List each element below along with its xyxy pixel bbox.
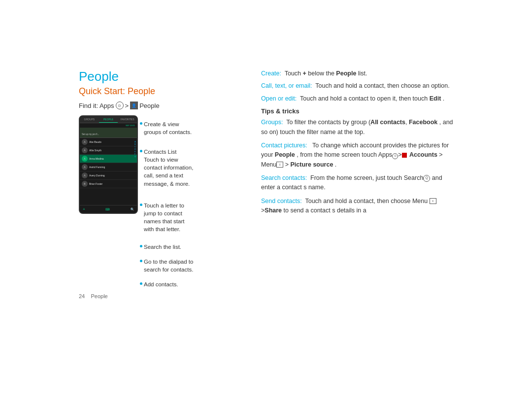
- callout-search: Search the list.: [144, 243, 193, 251]
- avatar-brian: B: [82, 181, 88, 187]
- contact-name-avery: Avery Durning: [89, 174, 105, 177]
- page-number-area: 24 People: [79, 293, 246, 299]
- tip-contact-pictures: Contact pictures: To change which accoun…: [261, 141, 453, 170]
- phone-contact-brian: B Brian Foster: [80, 180, 137, 188]
- red-square-icon: [402, 153, 407, 158]
- phone-header-date: SEP 20/21: [126, 124, 135, 127]
- avatar-allie: A: [82, 147, 88, 153]
- phone-contact-allie: A Allie Smyth: [80, 146, 137, 155]
- menu-icon: ≡: [276, 162, 283, 168]
- phone-contact-astrid: A Astrid Fanning: [80, 163, 137, 171]
- letter-g: G: [134, 156, 136, 158]
- content-area: People Quick Start: People Find it: Apps…: [79, 69, 453, 299]
- phone-contact-abe: A Abe Baudo: [80, 138, 137, 146]
- search-icon: Q: [423, 175, 430, 182]
- section-call-text-email: Call, text, or email: Touch and hold a c…: [261, 81, 453, 91]
- phone-tabs: GROUPS PEOPLE FAVORITES: [80, 116, 137, 123]
- tip-contact-pictures-line: Contact pictures: To change which accoun…: [261, 141, 453, 170]
- phone-contact-anna: A Anna Medina: [80, 155, 137, 163]
- phone-wrapper: GROUPS PEOPLE FAVORITES SEP 20/21 Set up…: [79, 115, 138, 214]
- tip-search-contacts-line: Search contacts: From the home screen, j…: [261, 173, 453, 193]
- phone-setup-row: Set up my pro fi...: [80, 128, 137, 138]
- contact-name-astrid: Astrid Fanning: [89, 166, 105, 169]
- right-column: Create: Touch + below the People list. C…: [261, 69, 453, 299]
- callout-lines: Create & viewgroups of contacts. Contact…: [138, 115, 193, 288]
- tip-search-contacts: Search contacts: From the home screen, j…: [261, 173, 453, 193]
- apps-icon: ⊙: [116, 102, 124, 109]
- callout-contacts-list: Contacts ListTouch to viewcontact inform…: [144, 148, 193, 187]
- phone-and-callouts: GROUPS PEOPLE FAVORITES SEP 20/21 Set up…: [79, 115, 246, 288]
- phone-contact-avery: A Avery Durning: [80, 171, 137, 180]
- phone-mockup: GROUPS PEOPLE FAVORITES SEP 20/21 Set up…: [79, 115, 138, 214]
- callout-dot-contacts: [140, 150, 142, 152]
- find-it-prefix: Find it: Apps: [79, 102, 114, 109]
- subtitle: Quick Start: People: [79, 86, 246, 97]
- tip-contact-pictures-label: Contact pictures:: [261, 142, 307, 149]
- tip-send-contacts: Send contacts: Touch and hold a contact,…: [261, 197, 453, 216]
- call-text-email-label: Call, text, or email:: [261, 82, 312, 89]
- phone-bottom-bar: + ⌨ 🔍: [80, 205, 137, 213]
- contact-name-brian: Brian Foster: [89, 182, 102, 185]
- callout-letter: Touch a letter tojump to contactnames th…: [144, 202, 193, 233]
- contact-name-abe: Abe Baudo: [89, 140, 101, 143]
- call-text-email-line: Call, text, or email: Touch and hold a c…: [261, 81, 453, 91]
- page-number: 24: [79, 293, 85, 299]
- tips-heading: Tips & tricks: [261, 107, 453, 115]
- callout-dot-dialpad: [140, 260, 142, 262]
- page-container: People Quick Start: People Find it: Apps…: [0, 0, 532, 411]
- callout-dot-search: [140, 245, 142, 247]
- tip-send-contacts-label: Send contacts:: [261, 198, 302, 205]
- add-icon: +: [83, 207, 85, 211]
- tip-groups: Groups: To filter the contacts by group …: [261, 118, 453, 137]
- contact-name-anna: Anna Medina: [89, 157, 103, 160]
- dialpad-icon: ⌨: [105, 207, 110, 211]
- callout-add: Add contacts.: [144, 280, 193, 288]
- callout-dot-add: [140, 282, 142, 285]
- people-icon-small: 👤: [130, 102, 138, 109]
- create-label: Create:: [261, 70, 281, 77]
- contact-name-allie: Allie Smyth: [89, 149, 101, 152]
- section-create: Create: Touch + below the People list.: [261, 69, 453, 78]
- menu-icon-2: ≡: [430, 198, 436, 204]
- phone-letter-index: A B C D E F G: [134, 141, 136, 158]
- section-open-edit: Open or edit: Touch and hold a contact t…: [261, 94, 453, 103]
- avatar-astrid: A: [82, 164, 88, 170]
- phone-setup-text: Set up my pro fi...: [82, 133, 99, 136]
- avatar-anna: A: [82, 156, 88, 162]
- create-line: Create: Touch + below the People list.: [261, 69, 453, 78]
- arrow-separator: >: [125, 102, 129, 109]
- callout-dot-letter: [140, 204, 142, 206]
- search-phone-icon: 🔍: [131, 207, 134, 211]
- find-it: Find it: Apps ⊙ > 👤 People: [79, 102, 246, 109]
- phone-tab-favorites: FAVORITES: [118, 116, 137, 123]
- open-edit-line: Open or edit: Touch and hold a contact t…: [261, 94, 453, 103]
- left-column: People Quick Start: People Find it: Apps…: [79, 69, 246, 299]
- avatar-avery: A: [82, 172, 88, 178]
- callout-dialpad: Go to the dialpad tosearch for contacts.: [144, 258, 193, 274]
- phone-header: SEP 20/21: [80, 123, 137, 128]
- find-it-suffix: People: [139, 102, 159, 109]
- page-label: People: [91, 293, 107, 299]
- open-edit-label: Open or edit:: [261, 95, 297, 102]
- main-title: People: [79, 69, 246, 84]
- phone-tab-groups: GROUPS: [80, 116, 99, 123]
- phone-tab-people: PEOPLE: [99, 116, 118, 123]
- avatar-abe: A: [82, 139, 88, 145]
- tip-groups-line: Groups: To filter the contacts by group …: [261, 118, 453, 137]
- tip-groups-label: Groups:: [261, 119, 283, 126]
- callout-groups: Create & viewgroups of contacts.: [144, 120, 193, 136]
- callout-dot-groups: [140, 122, 142, 125]
- tip-search-contacts-label: Search contacts:: [261, 174, 307, 181]
- tip-send-contacts-line: Send contacts: Touch and hold a contact,…: [261, 197, 453, 216]
